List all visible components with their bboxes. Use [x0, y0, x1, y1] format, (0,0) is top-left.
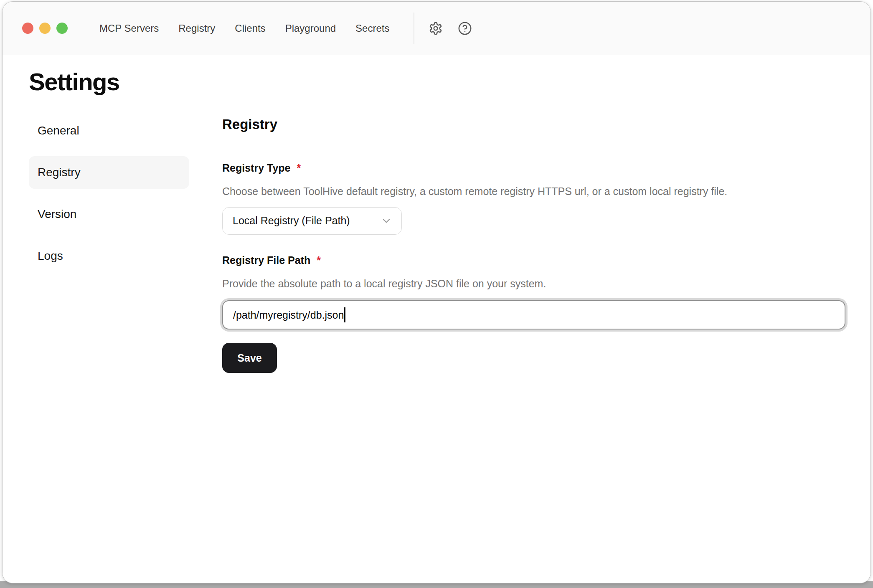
app-window: MCP Servers Registry Clients Playground …: [2, 1, 871, 583]
main-nav: MCP Servers Registry Clients Playground …: [99, 23, 389, 34]
nav-item-registry[interactable]: Registry: [178, 23, 215, 34]
registry-type-field: Registry Type * Choose between ToolHive …: [222, 162, 845, 235]
save-button[interactable]: Save: [222, 343, 277, 373]
nav-item-clients[interactable]: Clients: [235, 23, 265, 34]
help-button[interactable]: [457, 20, 473, 36]
titlebar-icons: [428, 20, 473, 36]
registry-file-path-value: /path/myregistry/db.json: [233, 309, 344, 321]
traffic-lights: [22, 23, 68, 34]
registry-type-description: Choose between ToolHive default registry…: [222, 185, 845, 198]
required-asterisk: *: [317, 254, 321, 266]
registry-file-path-field: Registry File Path * Provide the absolut…: [222, 254, 845, 329]
registry-file-path-label: Registry File Path: [222, 254, 310, 266]
page-title: Settings: [29, 68, 845, 96]
minimize-window-button[interactable]: [39, 23, 51, 34]
registry-type-selected-value: Local Registry (File Path): [233, 215, 350, 227]
section-heading: Registry: [222, 117, 845, 132]
titlebar-divider: [414, 13, 414, 44]
sidebar-item-version[interactable]: Version: [29, 198, 189, 231]
sidebar-item-logs[interactable]: Logs: [29, 240, 189, 272]
settings-main-panel: Registry Registry Type * Choose between …: [222, 114, 845, 373]
sidebar-item-registry[interactable]: Registry: [29, 156, 189, 189]
chevron-down-icon: [381, 215, 392, 227]
gear-icon: [429, 21, 443, 35]
help-icon: [458, 21, 472, 35]
nav-item-secrets[interactable]: Secrets: [355, 23, 389, 34]
registry-type-select[interactable]: Local Registry (File Path): [222, 207, 402, 235]
nav-item-mcp-servers[interactable]: MCP Servers: [99, 23, 159, 34]
required-asterisk: *: [297, 162, 301, 174]
registry-file-path-input[interactable]: /path/myregistry/db.json: [222, 300, 845, 329]
sidebar-item-general[interactable]: General: [29, 114, 189, 147]
text-caret: [344, 307, 345, 322]
registry-type-label: Registry Type: [222, 162, 290, 174]
close-window-button[interactable]: [22, 23, 33, 34]
settings-sidebar: General Registry Version Logs: [29, 114, 189, 373]
registry-file-path-description: Provide the absolute path to a local reg…: [222, 277, 845, 290]
settings-gear-button[interactable]: [428, 20, 444, 36]
zoom-window-button[interactable]: [56, 23, 68, 34]
nav-item-playground[interactable]: Playground: [285, 23, 336, 34]
settings-page: Settings General Registry Version Logs R…: [3, 55, 870, 583]
titlebar: MCP Servers Registry Clients Playground …: [3, 2, 870, 55]
